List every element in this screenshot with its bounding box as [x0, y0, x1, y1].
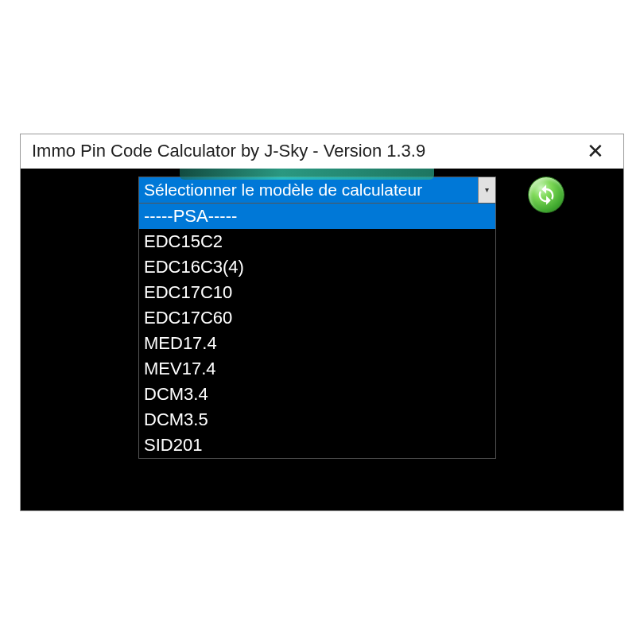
- dropdown-item[interactable]: EDC16C3(4): [139, 254, 495, 280]
- dropdown-item[interactable]: EDC17C10: [139, 280, 495, 305]
- dropdown-item[interactable]: -----PSA-----: [139, 204, 495, 229]
- titlebar: Immo Pin Code Calculator by J-Sky - Vers…: [21, 134, 623, 169]
- dropdown-item[interactable]: MEV17.4: [139, 356, 495, 382]
- bg-decoration: [180, 169, 434, 180]
- app-window: Immo Pin Code Calculator by J-Sky - Vers…: [20, 134, 624, 511]
- model-dropdown[interactable]: Sélectionner le modèle de calculateur ▾ …: [138, 177, 496, 459]
- dropdown-item[interactable]: MED17.4: [139, 331, 495, 356]
- dropdown-selected[interactable]: Sélectionner le modèle de calculateur ▾: [138, 177, 496, 204]
- dropdown-list: -----PSA----- EDC15C2 EDC16C3(4) EDC17C1…: [138, 204, 496, 459]
- dropdown-item[interactable]: DCM3.4: [139, 382, 495, 407]
- window-title: Immo Pin Code Calculator by J-Sky - Vers…: [32, 141, 579, 161]
- close-button[interactable]: ✕: [579, 139, 612, 164]
- dropdown-row: Sélectionner le modèle de calculateur ▾ …: [138, 177, 609, 459]
- refresh-button[interactable]: [528, 177, 564, 213]
- content-area: Sélectionner le modèle de calculateur ▾ …: [21, 169, 623, 510]
- refresh-icon: [535, 184, 557, 206]
- dropdown-item[interactable]: EDC17C60: [139, 305, 495, 331]
- dropdown-item[interactable]: SID201: [139, 433, 495, 458]
- dropdown-selected-text: Sélectionner le modèle de calculateur: [139, 180, 478, 200]
- dropdown-item[interactable]: DCM3.5: [139, 407, 495, 433]
- chevron-down-icon[interactable]: ▾: [478, 177, 495, 203]
- dropdown-item[interactable]: EDC15C2: [139, 229, 495, 254]
